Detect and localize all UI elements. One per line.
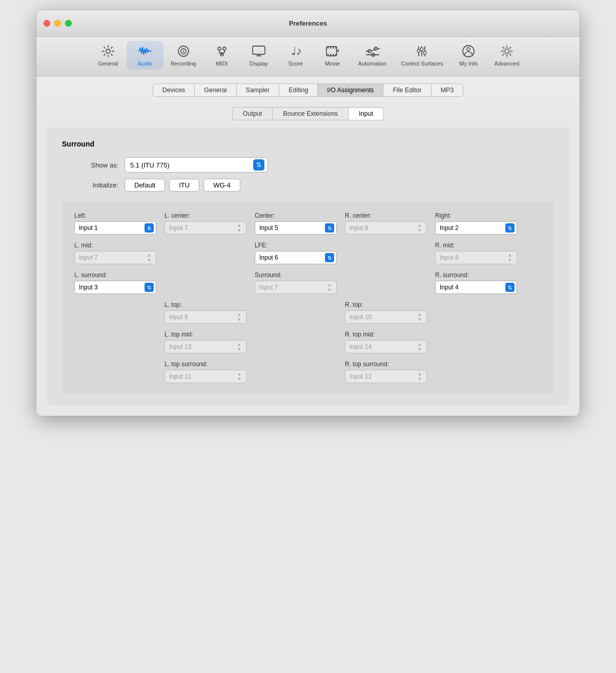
field-empty-row6-col3 [255,361,337,383]
toolbar-item-score[interactable]: ♩♪ Score [277,41,314,70]
sub-tab-general[interactable]: General [194,83,236,97]
panel-tab-input[interactable]: Input [348,107,384,120]
sub-tab-editing[interactable]: Editing [279,83,318,97]
initialize-label: Initialize: [62,181,118,189]
toolbar-item-automation[interactable]: Automation [351,41,394,70]
r-top-mid-label: R. top mid: [345,331,427,338]
panel-tab-bounce-extensions[interactable]: Bounce Extensions [272,107,348,120]
svg-rect-24 [418,49,420,52]
toolbar-item-advanced[interactable]: Advanced [487,41,526,70]
field-r-mid: R. mid: Input 8 ▲▼ [435,242,517,264]
r-mid-arrow: ▲▼ [505,253,515,262]
toolbar-item-control-surfaces[interactable]: Control Surfaces [394,41,450,70]
close-button[interactable] [44,20,50,27]
sub-tab-io-assignments[interactable]: I/O Assignments [317,83,383,97]
toolbar-label-score: Score [288,60,303,67]
l-top-select[interactable]: Input 9 ▲▼ [165,310,247,324]
maximize-button[interactable] [65,20,72,27]
l-surround-select[interactable]: Input 3 ⇅ [74,281,156,294]
lfe-arrow: ⇅ [325,253,334,262]
toolbar-label-movie: Movie [325,60,340,67]
l-center-label: L. center: [165,212,247,219]
svg-point-28 [467,48,470,51]
svg-point-29 [505,49,509,53]
svg-rect-16 [333,54,334,56]
field-empty-row4-col5 [435,301,517,324]
svg-rect-11 [330,47,331,49]
center-label: Center: [255,212,337,219]
svg-rect-13 [335,47,336,49]
toolbar-item-general[interactable]: General [90,41,127,70]
r-top-select[interactable]: Input 10 ▲▼ [345,310,427,324]
field-center: Center: Input 5 ⇅ [255,212,337,235]
svg-rect-14 [327,54,328,56]
svg-rect-17 [335,54,336,56]
midi-icon [215,44,229,58]
init-itu-button[interactable]: ITU [169,179,199,192]
center-value: Input 5 [259,224,278,232]
sub-tab-file-editor[interactable]: File Editor [383,83,431,97]
lfe-value: Input 6 [259,254,278,261]
svg-rect-26 [424,51,426,54]
r-top-surround-select[interactable]: Input 12 ▲▼ [345,370,427,383]
l-center-select[interactable]: Input 7 ▲▼ [165,221,247,235]
l-surround-arrow: ⇅ [145,283,154,292]
surround-select[interactable]: Input 7 ▲▼ [255,281,337,294]
field-empty-row6-col1 [74,361,156,383]
l-mid-select[interactable]: Input 7 ▲▼ [74,251,156,264]
toolbar-label-display: Display [250,60,268,67]
field-r-center: R. center: Input 8 ▲▼ [345,212,427,235]
field-right: Right: Input 2 ⇅ [435,212,517,235]
sub-tab-mp3[interactable]: MP3 [431,83,464,97]
initialize-buttons: Default ITU WG-4 [125,179,240,192]
r-mid-select[interactable]: Input 8 ▲▼ [435,251,517,264]
r-top-value: Input 10 [350,313,372,321]
lfe-select[interactable]: Input 6 ⇅ [255,251,337,264]
toolbar-item-movie[interactable]: Movie [314,41,351,70]
l-surround-value: Input 3 [79,284,98,291]
gear-icon [101,44,115,58]
svg-point-0 [106,49,110,53]
field-l-top-surround: L. top surround: Input 11 ▲▼ [165,361,247,383]
toolbar-item-recording[interactable]: Recording [163,41,203,70]
advanced-icon [500,44,514,58]
sub-tab-devices[interactable]: Devices [153,83,195,97]
r-top-mid-arrow: ▲▼ [415,342,424,351]
minimize-button[interactable] [54,20,61,27]
l-top-surround-select[interactable]: Input 11 ▲▼ [165,370,247,383]
field-empty-row5-col1 [74,331,156,353]
movie-icon [325,44,340,58]
field-r-surround: R. surround: Input 4 ⇅ [435,271,517,294]
toolbar-label-control-surfaces: Control Surfaces [401,60,443,67]
show-as-arrow: ⇅ [253,159,264,171]
show-as-row: Show as: 5.1 (ITU 775) ⇅ [62,157,554,173]
l-top-mid-select[interactable]: Input 13 ▲▼ [165,340,247,353]
r-top-surround-value: Input 12 [350,373,372,380]
surround-grid: Left: Input 1 ⇅ L. center: Input 7 ▲▼ [74,212,542,383]
field-l-top-mid: L. top mid: Input 13 ▲▼ [165,331,247,353]
sub-tab-sampler[interactable]: Sampler [236,83,280,97]
field-empty-row6-col5 [435,361,517,383]
center-select[interactable]: Input 5 ⇅ [255,221,337,235]
control-surfaces-icon [415,44,429,58]
l-top-arrow: ▲▼ [235,312,244,322]
right-select[interactable]: Input 2 ⇅ [435,221,517,235]
init-wg4-button[interactable]: WG-4 [203,179,240,192]
left-select[interactable]: Input 1 ⇅ [74,221,156,235]
l-top-mid-value: Input 13 [169,343,191,350]
init-default-button[interactable]: Default [125,179,165,192]
panel-tab-output[interactable]: Output [232,107,273,120]
r-mid-value: Input 8 [440,254,459,261]
field-empty-row5-col3 [255,331,337,353]
r-surround-select[interactable]: Input 4 ⇅ [435,281,517,294]
field-r-top-surround: R. top surround: Input 12 ▲▼ [345,361,427,383]
center-arrow: ⇅ [325,223,334,233]
toolbar-item-midi[interactable]: MIDI [203,41,240,70]
toolbar-item-my-info[interactable]: My Info [450,41,487,70]
toolbar-item-audio[interactable]: Audio [127,41,163,70]
field-r-top: R. top: Input 10 ▲▼ [345,301,427,324]
r-top-mid-select[interactable]: Input 14 ▲▼ [345,340,427,353]
r-center-select[interactable]: Input 8 ▲▼ [345,221,427,235]
show-as-dropdown[interactable]: 5.1 (ITU 775) ⇅ [125,157,268,173]
toolbar-item-display[interactable]: Display [240,41,277,70]
